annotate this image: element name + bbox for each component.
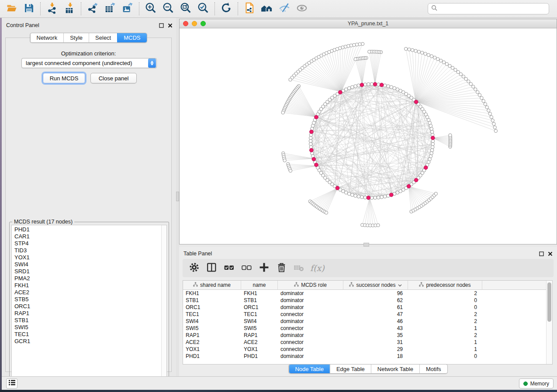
table-row[interactable]: TEC1TEC1connector472 xyxy=(183,311,546,318)
tab-mcds[interactable]: MCDS xyxy=(117,33,146,42)
network-node[interactable] xyxy=(377,224,380,227)
zoom-in-button[interactable] xyxy=(142,1,159,16)
network-node[interactable] xyxy=(417,50,420,53)
table-cell[interactable]: dominator xyxy=(278,290,343,297)
export-table-button[interactable] xyxy=(101,1,119,16)
import-table-button[interactable] xyxy=(61,1,78,16)
network-node[interactable] xyxy=(430,151,433,155)
network-dominator-node[interactable] xyxy=(367,196,370,200)
table-cell[interactable]: ORC1 xyxy=(241,304,278,311)
network-node[interactable] xyxy=(377,196,380,199)
table-cell[interactable]: 35 xyxy=(343,332,408,339)
network-node[interactable] xyxy=(454,68,457,71)
network-dominator-node[interactable] xyxy=(315,115,318,119)
network-node[interactable] xyxy=(380,196,384,199)
network-dominator-node[interactable] xyxy=(424,166,428,170)
table-row[interactable]: SWI5SWI5connector431 xyxy=(183,325,546,332)
network-node[interactable] xyxy=(309,136,312,140)
save-session-button[interactable] xyxy=(20,1,38,16)
table-cell[interactable]: RAP1 xyxy=(183,332,241,339)
network-node[interactable] xyxy=(414,49,417,52)
table-cell[interactable]: 0 xyxy=(408,353,482,360)
mcds-result-node[interactable]: SRD1 xyxy=(14,268,161,275)
table-cell[interactable]: 31 xyxy=(343,339,408,346)
table-cell[interactable]: 2 xyxy=(408,332,482,339)
tab-network[interactable]: Network xyxy=(30,33,63,42)
network-node[interactable] xyxy=(370,196,374,199)
table-row[interactable]: PHD1PHD1dominator180 xyxy=(183,353,546,360)
select-all-columns-button[interactable] xyxy=(222,261,236,275)
run-mcds-button[interactable]: Run MCDS xyxy=(43,73,85,83)
splitter-grip[interactable] xyxy=(176,192,179,201)
network-dominator-node[interactable] xyxy=(431,136,435,140)
network-window-titlebar[interactable]: YPA_prune.txt_1 xyxy=(180,19,557,28)
network-node[interactable] xyxy=(467,80,470,83)
table-cell[interactable]: 62 xyxy=(343,297,408,304)
table-cell[interactable]: SWI4 xyxy=(183,318,241,325)
table-cell[interactable]: ACE2 xyxy=(241,339,278,346)
float-panel-icon[interactable] xyxy=(159,23,164,28)
table-cell[interactable]: STB1 xyxy=(183,297,241,304)
close-panel-icon[interactable] xyxy=(168,23,173,28)
network-node[interactable] xyxy=(448,64,451,67)
mcds-result-node[interactable]: GCR1 xyxy=(14,338,161,345)
network-node[interactable] xyxy=(430,148,434,152)
network-node[interactable] xyxy=(354,194,357,198)
network-node[interactable] xyxy=(347,86,351,90)
column-header-shared-name[interactable]: shared name xyxy=(183,281,241,289)
network-dominator-node[interactable] xyxy=(389,193,393,197)
zoom-selected-button[interactable] xyxy=(194,1,212,16)
delete-columns-button[interactable] xyxy=(274,261,288,275)
network-node[interactable] xyxy=(396,88,399,91)
zoom-out-button[interactable] xyxy=(159,1,177,16)
network-node[interactable] xyxy=(491,119,494,122)
column-header-MCDS-role[interactable]: MCDS role xyxy=(278,281,343,289)
network-node[interactable] xyxy=(487,109,490,112)
network-node[interactable] xyxy=(431,145,434,149)
refresh-layout-button[interactable] xyxy=(218,1,235,16)
show-hidden-button[interactable] xyxy=(293,1,311,16)
table-cell[interactable]: YOX1 xyxy=(183,346,241,353)
table-scrollbar-thumb[interactable] xyxy=(547,282,551,322)
network-node[interactable] xyxy=(350,86,354,89)
table-cell[interactable]: 46 xyxy=(343,318,408,325)
network-node[interactable] xyxy=(469,83,472,86)
table-row[interactable]: RAP1RAP1dominator352 xyxy=(183,332,546,339)
table-scrollbar[interactable] xyxy=(546,281,552,364)
mcds-result-node[interactable]: FKH1 xyxy=(14,282,161,289)
table-cell[interactable]: ORC1 xyxy=(183,304,241,311)
column-header-predecessor-nodes[interactable]: predecessor nodes xyxy=(408,281,482,289)
zoom-fit-button[interactable] xyxy=(177,1,194,16)
create-column-button[interactable] xyxy=(257,261,271,275)
network-node[interactable] xyxy=(427,53,430,56)
open-file-button[interactable] xyxy=(3,1,20,16)
table-cell[interactable]: FKH1 xyxy=(241,290,278,297)
network-dominator-node[interactable] xyxy=(312,157,316,161)
network-document-button[interactable] xyxy=(241,1,258,16)
table-cell[interactable]: 18 xyxy=(343,353,408,360)
mcds-result-node[interactable]: SWI4 xyxy=(14,261,161,268)
network-node[interactable] xyxy=(445,62,448,65)
table-cell[interactable]: TEC1 xyxy=(183,311,241,318)
network-node[interactable] xyxy=(281,111,284,114)
network-node[interactable] xyxy=(462,75,465,78)
network-node[interactable] xyxy=(434,192,437,195)
mcds-result-list[interactable]: PHD1CAR1STP4TID3YOX1SWI4SRD1PMA2FKH1ACE2… xyxy=(11,225,167,382)
column-header-successor-nodes[interactable]: successor nodes xyxy=(343,281,408,289)
network-node[interactable] xyxy=(464,77,467,80)
network-node[interactable] xyxy=(393,86,396,90)
mcds-result-node[interactable]: PMA2 xyxy=(14,275,161,282)
tab-style[interactable]: Style xyxy=(63,33,89,42)
network-node[interactable] xyxy=(492,122,495,125)
network-node[interactable] xyxy=(370,83,374,86)
network-dominator-node[interactable] xyxy=(315,163,318,167)
network-node[interactable] xyxy=(368,50,371,53)
table-cell[interactable]: 1 xyxy=(408,346,482,353)
network-node[interactable] xyxy=(354,58,357,61)
table-cell[interactable]: dominator xyxy=(278,304,343,311)
network-node[interactable] xyxy=(490,116,493,119)
sort-chevron-icon[interactable] xyxy=(398,282,402,288)
network-node[interactable] xyxy=(449,134,452,137)
table-cell[interactable]: connector xyxy=(278,339,343,346)
network-node[interactable] xyxy=(408,48,411,51)
